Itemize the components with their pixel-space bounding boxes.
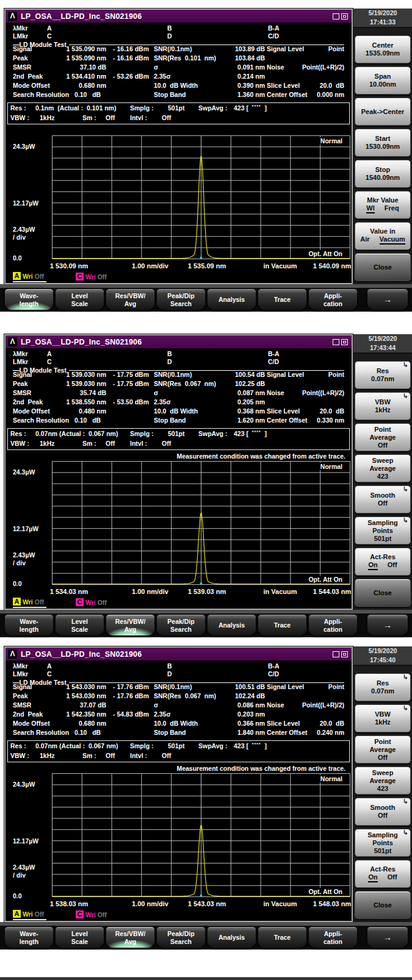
trace-c-legend[interactable]: CWriOff: [76, 598, 109, 607]
x-axis-label: in Vacuum: [263, 262, 297, 270]
tab-level-scale[interactable]: LevelScale: [56, 289, 104, 310]
y-axis-label: / div: [13, 871, 49, 879]
tab-label: Scale: [71, 938, 88, 946]
softkey-smooth-off[interactable]: SmoothOff↳: [355, 798, 411, 826]
meas-right-group: NoisePoint((L+R)/2): [267, 389, 344, 396]
tab-level-scale[interactable]: LevelScale: [56, 615, 104, 635]
meas-value: 0.368 nm: [237, 407, 265, 415]
tab-wave-length[interactable]: Wave-length: [5, 289, 53, 310]
softkey-close[interactable]: Close: [355, 891, 411, 919]
status-value: Smplg :: [130, 104, 154, 112]
tab-appli-cation[interactable]: Appli-cation: [309, 289, 357, 310]
tab-analysis[interactable]: Analysis: [208, 927, 256, 948]
trace-a-legend[interactable]: AWriOff: [13, 910, 46, 920]
tab-res-vbw-avg[interactable]: Res/VBW/Avg: [106, 927, 154, 948]
softkey-close[interactable]: Close: [355, 579, 411, 607]
tab-wave-length[interactable]: Wave-length: [5, 615, 53, 635]
marker-value: B-A: [268, 24, 280, 32]
tab-peak-dip-search[interactable]: Peak/DipSearch: [157, 927, 205, 948]
softkey-sampling-points-501pt[interactable]: SamplingPoints501pt↳: [355, 829, 411, 857]
softkey-close[interactable]: Close: [355, 253, 411, 281]
minimize-button[interactable]: [333, 339, 339, 345]
tab-label: Level: [71, 292, 88, 300]
tab-peak-dip-search[interactable]: Peak/DipSearch: [157, 289, 205, 310]
status-value: SwpAvg :: [198, 104, 227, 112]
maximize-button[interactable]: [341, 339, 348, 345]
option-vacuum[interactable]: Vacuum: [380, 235, 405, 245]
softkey-start-1530-09nm[interactable]: Start1530.09nm: [355, 129, 411, 157]
window-controls: [333, 13, 348, 20]
x-axis-label: 1 539.03 nm: [188, 588, 226, 595]
softkey-smooth-off[interactable]: SmoothOff↳: [355, 485, 411, 513]
softkey-label: 423: [377, 473, 388, 481]
minimize-button[interactable]: [333, 651, 339, 657]
option-on[interactable]: On: [368, 873, 377, 882]
softkey-mkr-value[interactable]: Mkr ValueWlFreq: [355, 191, 411, 219]
tab-label: Appli-: [324, 930, 342, 938]
tab-res-vbw-avg[interactable]: Res/VBW/Avg: [106, 289, 154, 310]
option-wl[interactable]: Wl: [366, 204, 374, 213]
softkey-res-0-07nm[interactable]: Res0.07nm↳: [355, 673, 411, 701]
option-on[interactable]: On: [368, 561, 377, 570]
trace-state: Off: [35, 910, 44, 918]
tab-analysis[interactable]: Analysis: [208, 289, 256, 310]
tab-trace[interactable]: Trace: [258, 615, 306, 635]
grid-lines: [52, 462, 350, 585]
minimize-button[interactable]: [333, 13, 339, 20]
softkey-vbw-1khz[interactable]: VBW1kHz↳: [355, 704, 411, 732]
softkey-sampling-points-501pt[interactable]: SamplingPoints501pt↳: [355, 517, 411, 545]
softkey-span-10-00nm[interactable]: Span10.00nm: [355, 66, 411, 95]
softkey-sweep-average-423[interactable]: SweepAverage423: [355, 454, 411, 482]
softkey-center-1535-09nm[interactable]: Center1535.09nm: [355, 35, 411, 63]
status-value: ]: [261, 104, 267, 112]
tab-appli-cation[interactable]: Appli-cation: [309, 927, 357, 948]
softkey-point-average-off[interactable]: PointAverageOff: [355, 735, 411, 764]
softkey-act-res[interactable]: Act-ResOnOff: [355, 548, 411, 576]
trace-c-legend[interactable]: CWriOff: [76, 910, 109, 920]
tab-trace[interactable]: Trace: [258, 289, 306, 310]
status-value: Off: [162, 752, 171, 759]
softkey-value-in[interactable]: Value inAirVacuum: [355, 222, 411, 250]
meas-label: Noise: [267, 701, 284, 709]
trace-a-legend[interactable]: AWriOff: [13, 272, 46, 282]
softkey-sweep-average-423[interactable]: SweepAverage423: [355, 767, 411, 795]
softkey-label: Close: [374, 901, 392, 909]
option-freq[interactable]: Freq: [385, 204, 399, 213]
tab-more-arrow[interactable]: →: [367, 289, 408, 310]
option-off[interactable]: Off: [388, 561, 397, 570]
trace-a-legend[interactable]: AWriOff: [13, 598, 46, 608]
softkey-stop-1540-09nm[interactable]: Stop1540.09nm: [355, 160, 411, 188]
tab-more-arrow[interactable]: →: [367, 615, 408, 635]
softkey-peak-center[interactable]: Peak->Center: [355, 98, 411, 126]
option-air[interactable]: Air: [360, 235, 369, 245]
maximize-button[interactable]: [341, 651, 348, 657]
chart-canvas: [52, 773, 350, 898]
trace-mode: Wri: [85, 599, 96, 606]
tab-analysis[interactable]: Analysis: [208, 615, 256, 635]
softkey-vbw-1khz[interactable]: VBW1kHz↳: [355, 392, 411, 420]
softkey-act-res[interactable]: Act-ResOnOff: [355, 860, 411, 888]
tab-wave-length[interactable]: Wave-length: [5, 927, 53, 948]
softkey-res-0-07nm[interactable]: Res0.07nm↳: [355, 361, 411, 389]
meas-value: 100.51 dB: [235, 683, 265, 690]
maximize-button[interactable]: [341, 13, 348, 20]
x-axis: 1 534.03 nm1.00 nm/div1 539.03 nmin Vacu…: [5, 588, 352, 596]
meas-label: SMSR: [13, 63, 63, 73]
meas-value: 103.84 dB: [235, 54, 265, 62]
tab-level-scale[interactable]: LevelScale: [56, 927, 104, 948]
trace-c-legend[interactable]: CWriOff: [76, 273, 109, 282]
tab-res-vbw-avg[interactable]: Res/VBW/Avg: [106, 615, 154, 635]
option-off[interactable]: Off: [388, 873, 397, 882]
tab-peak-dip-search[interactable]: Peak/DipSearch: [157, 615, 205, 635]
instrument-screen: ΛLP_OSA__LD-PD_Inc_SN021906λMkrABB-ALMkr…: [4, 646, 353, 922]
softkey-label: 10.00nm: [369, 80, 396, 88]
softkey-label: Smooth: [370, 492, 396, 499]
meas-label: σ: [154, 389, 158, 396]
tab-more-arrow[interactable]: →: [367, 927, 408, 948]
tab-trace[interactable]: Trace: [258, 927, 306, 948]
grid-lines: [52, 136, 350, 259]
softkey-point-average-off[interactable]: PointAverageOff: [355, 423, 411, 451]
tab-label: Avg: [125, 938, 136, 946]
trace-mode: Wri: [85, 911, 96, 918]
tab-appli-cation[interactable]: Appli-cation: [309, 615, 357, 635]
